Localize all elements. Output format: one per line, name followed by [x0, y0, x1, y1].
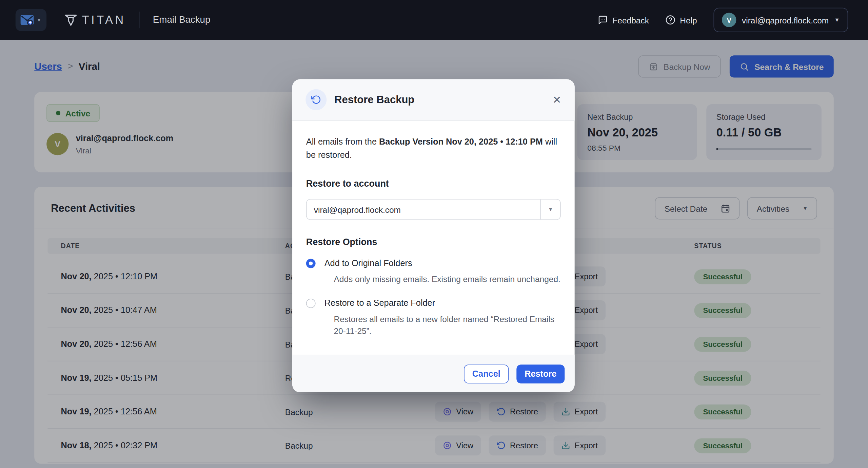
- account-menu[interactable]: V viral@qaprod.flock.com ▼: [714, 8, 848, 32]
- modal-title: Restore Backup: [334, 94, 414, 106]
- feedback-button[interactable]: Feedback: [598, 15, 649, 25]
- option-description: Adds only missing emails. Existing email…: [334, 273, 560, 286]
- avatar: V: [722, 13, 736, 27]
- option-label: Add to Original Folders: [324, 258, 560, 268]
- modal-intro-text: All emails from the Backup Version Nov 2…: [306, 135, 561, 162]
- titan-logo: TITAN: [64, 13, 125, 26]
- option-label: Restore to a Separate Folder: [324, 298, 561, 308]
- help-icon: [666, 15, 675, 25]
- chevron-down-icon: ▼: [834, 17, 840, 23]
- cancel-button[interactable]: Cancel: [464, 364, 509, 383]
- brand-name: TITAN: [82, 13, 126, 26]
- restore-options-heading: Restore Options: [306, 237, 561, 247]
- restore-icon-badge: [305, 89, 327, 110]
- restore-backup-modal: Restore Backup ✕ All emails from the Bac…: [292, 79, 575, 392]
- restore-account-select[interactable]: viral@qaprod.flock.com ▼: [306, 199, 561, 220]
- selected-account: viral@qaprod.flock.com: [307, 200, 540, 220]
- chevron-down-icon: ▼: [540, 200, 560, 220]
- restore-to-account-heading: Restore to account: [306, 179, 561, 189]
- help-button[interactable]: Help: [666, 15, 697, 25]
- titan-logo-glyph: [64, 13, 77, 26]
- restore-button[interactable]: Restore: [516, 364, 565, 383]
- option-restore-to-separate-folder[interactable]: Restore to a Separate Folder Restores al…: [306, 298, 561, 338]
- modal-footer: Cancel Restore: [292, 355, 575, 392]
- restore-icon: [311, 95, 321, 105]
- radio-button[interactable]: [306, 259, 316, 268]
- feedback-bubble-icon: [598, 15, 608, 25]
- account-email: viral@qaprod.flock.com: [742, 15, 829, 25]
- intro-backup-version: Backup Version Nov 20, 2025 • 12:10 PM: [379, 137, 543, 146]
- nav-divider: [139, 12, 140, 28]
- intro-prefix: All emails from the: [306, 137, 379, 146]
- mail-backup-app-icon: [20, 15, 34, 25]
- app-switcher-button[interactable]: ▼: [16, 9, 46, 31]
- option-description: Restores all emails to a new folder name…: [334, 313, 560, 338]
- close-icon[interactable]: ✕: [553, 94, 561, 105]
- help-label: Help: [680, 15, 697, 25]
- radio-button[interactable]: [306, 298, 316, 308]
- app-title: Email Backup: [153, 14, 211, 25]
- feedback-label: Feedback: [612, 15, 649, 25]
- top-navbar: ▼ TITAN Email Backup Feedback: [0, 0, 868, 40]
- chevron-down-icon: ▼: [37, 17, 42, 22]
- modal-header: Restore Backup ✕: [292, 79, 575, 120]
- option-add-to-original-folders[interactable]: Add to Original Folders Adds only missin…: [306, 258, 561, 286]
